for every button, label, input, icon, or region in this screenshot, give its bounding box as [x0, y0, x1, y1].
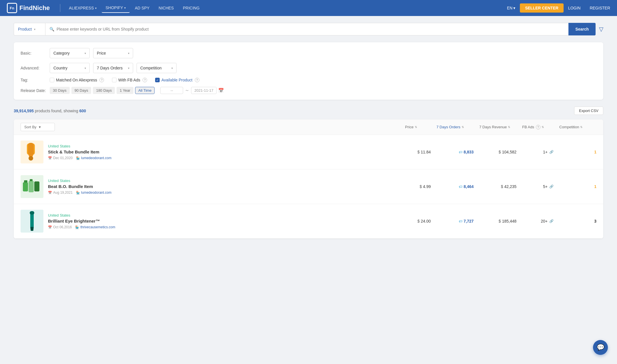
product-competition: 1: [559, 150, 596, 154]
external-link-icon[interactable]: 🔗: [549, 219, 554, 223]
calendar-icon: 📅: [48, 191, 52, 195]
days-orders-select[interactable]: 7 Days Orders ▾: [93, 63, 133, 73]
search-bar: Product ▾ 🔍 Search ▽: [14, 23, 603, 35]
product-price: $ 4.99: [405, 184, 436, 189]
product-name[interactable]: Brilliant Eye Brightener™: [48, 219, 405, 223]
store-link[interactable]: lumedeodorant.com: [81, 156, 111, 160]
competition-select[interactable]: Competition ▾: [137, 63, 177, 73]
sort-icon: ⇅: [580, 125, 582, 129]
calendar-icon[interactable]: 📅: [218, 88, 224, 93]
tag-icon: 🏷: [459, 219, 462, 223]
nav-niches[interactable]: NICHES: [155, 3, 178, 13]
checkbox-unchecked[interactable]: [50, 78, 54, 82]
matched-aliexpress-checkbox[interactable]: Matched On Aliexpress ?: [50, 78, 104, 82]
category-select[interactable]: Category ▾: [50, 48, 90, 58]
with-fb-ads-checkbox[interactable]: With FB Ads ?: [112, 78, 147, 82]
product-country: United States: [48, 213, 405, 217]
price-column-header[interactable]: Price ⇅: [405, 125, 436, 129]
nav-pricing[interactable]: PRICING: [179, 3, 203, 13]
store-icon: 🏪: [76, 191, 80, 195]
store-icon: 🏪: [76, 156, 80, 160]
register-link[interactable]: REGISTER: [590, 6, 610, 10]
tag-filters-row: Tag: Matched On Aliexpress ? With FB Ads…: [21, 78, 596, 82]
search-input[interactable]: [57, 27, 564, 31]
product-country: United States: [48, 144, 405, 148]
90-days-button[interactable]: 90 Days: [71, 87, 91, 94]
chevron-down-icon: ▾: [85, 67, 86, 70]
release-date-label: Release Date:: [21, 88, 46, 93]
login-link[interactable]: LOGIN: [568, 6, 581, 10]
nav-shopify[interactable]: SHOPIFY ▾: [102, 3, 130, 13]
nav-right: EN ▾ SELLER CENTER LOGIN REGISTER: [507, 3, 610, 13]
store-link[interactable]: thrivecausemetics.com: [80, 225, 115, 229]
dollar-icon: $: [499, 219, 501, 223]
product-meta: 📅 Oct 06,2016 🏪 thrivecausemetics.com: [48, 225, 405, 229]
seller-center-button[interactable]: SELLER CENTER: [520, 3, 564, 13]
basic-filters-row: Basic: Category ▾ Price ▾: [21, 48, 596, 58]
help-icon[interactable]: ?: [99, 78, 104, 82]
product-revenue: $ 42,235: [479, 184, 522, 189]
help-icon[interactable]: ?: [143, 78, 147, 82]
svg-rect-9: [24, 180, 27, 183]
sort-icon: ⇅: [508, 125, 510, 129]
dollar-icon: $: [501, 184, 503, 189]
available-product-checkbox[interactable]: ✓ Available Product ?: [155, 78, 199, 82]
sort-icon: ⇅: [415, 125, 417, 129]
revenue-column-header[interactable]: 7 Days Revenue ⇅: [479, 125, 522, 129]
all-time-button[interactable]: All Time: [135, 87, 155, 94]
basic-label: Basic:: [21, 51, 46, 55]
table-row: United States Brilliant Eye Brightener™ …: [14, 204, 603, 239]
nav-aliexpress[interactable]: ALIEXPRESS ▾: [65, 3, 100, 13]
export-csv-button[interactable]: Export CSV: [574, 107, 603, 115]
product-revenue: $ 104,582: [479, 150, 522, 154]
results-count: 39,914,595 products found, showing 600: [14, 109, 86, 113]
advanced-filters-row: Advanced: Country ▾ 7 Days Orders ▾ Comp…: [21, 63, 596, 73]
sort-by-select[interactable]: Sort By ▾: [21, 123, 55, 131]
country-select[interactable]: Country ▾: [50, 63, 90, 73]
product-name[interactable]: Beat B.O. Bundle Item: [48, 184, 405, 189]
orders-column-header[interactable]: 7 Days Orders ⇅: [436, 125, 479, 129]
date-range-buttons: 30 Days 90 Days 180 Days 1 Year All Time: [50, 87, 155, 94]
date-to-input[interactable]: 2021-11-17: [191, 87, 217, 94]
external-link-icon[interactable]: 🔗: [549, 150, 554, 154]
svg-rect-10: [30, 179, 33, 181]
calendar-icon: 📅: [48, 225, 52, 229]
svg-rect-7: [29, 181, 34, 192]
checkbox-unchecked[interactable]: [112, 78, 117, 82]
price-select[interactable]: Price ▾: [93, 48, 133, 58]
search-type-select[interactable]: Product ▾: [14, 23, 45, 35]
external-link-icon[interactable]: 🔗: [549, 185, 554, 189]
language-selector[interactable]: EN ▾: [507, 6, 515, 10]
filter-icon[interactable]: ▽: [599, 26, 603, 33]
1-year-button[interactable]: 1 Year: [117, 87, 133, 94]
column-headers: Price ⇅ 7 Days Orders ⇅ 7 Days Revenue ⇅…: [405, 125, 596, 129]
tag-icon: 🏷: [459, 150, 462, 154]
product-name[interactable]: Stick & Tube Bundle Item: [48, 149, 405, 154]
product-date: 📅 Aug 19,2021: [48, 191, 73, 195]
help-icon[interactable]: ?: [195, 78, 199, 82]
chevron-down-icon: ▾: [34, 28, 35, 31]
competition-column-header[interactable]: Competition ⇅: [559, 125, 596, 129]
product-store: 🏪 lumedeodorant.com: [76, 191, 111, 195]
logo[interactable]: Fn FindNiche: [7, 3, 50, 13]
dollar-icon: $: [417, 219, 420, 223]
navbar: Fn FindNiche ALIEXPRESS ▾ SHOPIFY ▾ AD S…: [0, 0, 617, 16]
svg-rect-8: [34, 181, 39, 191]
fbads-column-header[interactable]: FB Ads ? ⇅: [522, 125, 559, 129]
search-button[interactable]: Search: [568, 23, 596, 35]
filter-panel: Basic: Category ▾ Price ▾ Advanced: Coun…: [14, 42, 603, 100]
tag-icon: 🏷: [459, 185, 462, 189]
help-icon[interactable]: ?: [536, 125, 540, 129]
chevron-down-icon: ▾: [513, 6, 515, 10]
search-input-wrapper: 🔍: [45, 23, 568, 35]
sort-icon: ⇅: [462, 125, 464, 129]
checkbox-checked[interactable]: ✓: [155, 78, 160, 82]
store-icon: 🏪: [75, 225, 79, 229]
store-link[interactable]: lumedeodorant.com: [81, 191, 111, 195]
results-total: 39,914,595: [14, 109, 34, 113]
nav-adspy[interactable]: AD SPY: [131, 3, 153, 13]
date-from-input[interactable]: --: [160, 87, 183, 94]
release-date-row: Release Date: 30 Days 90 Days 180 Days 1…: [21, 87, 596, 94]
180-days-button[interactable]: 180 Days: [93, 87, 115, 94]
30-days-button[interactable]: 30 Days: [50, 87, 70, 94]
